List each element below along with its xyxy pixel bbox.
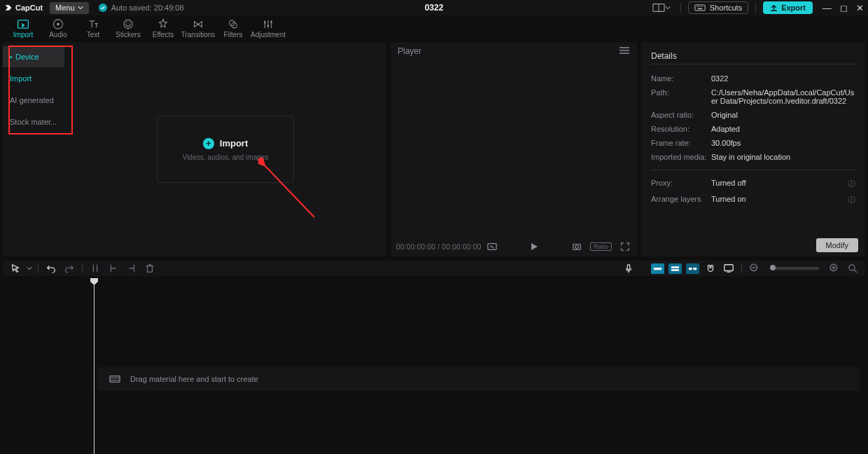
timeline-toolbar	[3, 261, 865, 276]
trim-right-button[interactable]	[125, 261, 139, 275]
chevron-down-icon	[27, 266, 32, 271]
tab-label: Stickers	[115, 31, 141, 39]
undo-button[interactable]	[44, 261, 58, 275]
svg-rect-26	[671, 266, 679, 268]
track-toggle-main[interactable]	[651, 263, 664, 274]
stickers-tab-icon	[122, 18, 134, 30]
info-icon[interactable]: ⓘ	[848, 179, 855, 189]
tab-transitions[interactable]: Transitions	[181, 15, 216, 42]
sidebar-item-stock-materials[interactable]: Stock mater...	[3, 111, 64, 132]
tab-label: Text	[87, 31, 99, 39]
capcut-logo-icon	[4, 4, 13, 12]
minimize-button[interactable]: —	[822, 3, 832, 13]
details-key: Proxy:	[651, 179, 711, 189]
sidebar-item-label: Stock mater...	[10, 118, 57, 126]
select-tool[interactable]	[8, 261, 22, 275]
details-key: Frame rate:	[651, 139, 711, 147]
autosave-label: Auto saved: 20:49:08	[111, 4, 184, 12]
svg-rect-27	[671, 269, 679, 270]
timeline-panel[interactable]: Drag material here and start to create	[0, 276, 868, 454]
delete-button[interactable]	[143, 261, 157, 275]
timeline-drop-hint: Drag material here and start to create	[97, 367, 860, 391]
svg-point-5	[700, 6, 701, 7]
app-name: CapCut	[15, 4, 43, 12]
tab-adjustment[interactable]: Adjustment	[251, 15, 286, 42]
split-button[interactable]	[88, 261, 102, 275]
player-more-button[interactable]	[619, 46, 630, 57]
svg-point-10	[57, 23, 59, 26]
tab-effects[interactable]: Effects	[146, 15, 181, 42]
details-value: C:/Users/Neha/AppData/Local/CapCut/User …	[711, 88, 855, 105]
export-button[interactable]: Export	[763, 1, 813, 14]
zoom-fit-button[interactable]	[846, 261, 860, 275]
svg-rect-24	[627, 265, 630, 270]
project-title: 0322	[425, 3, 444, 13]
close-button[interactable]: ✕	[856, 3, 864, 13]
layout-button[interactable]	[650, 1, 673, 14]
trim-left-button[interactable]	[106, 261, 120, 275]
details-pane: Details Name:0322 Path:C:/Users/Neha/App…	[641, 42, 865, 256]
modify-label: Modify	[826, 241, 848, 249]
details-value: Adapted	[711, 125, 855, 133]
play-button[interactable]	[528, 240, 540, 253]
sidebar-item-ai-generated[interactable]: AI generated	[3, 90, 64, 111]
details-value: Turned off	[711, 179, 848, 189]
svg-point-4	[698, 6, 699, 7]
tab-import[interactable]: Import	[6, 15, 41, 42]
media-source-list: Device Import AI generated Stock mater..…	[3, 42, 64, 256]
snapshot-button[interactable]	[570, 240, 583, 253]
preview-button[interactable]	[722, 261, 736, 275]
details-key: Resolution:	[651, 125, 711, 133]
details-key: Path:	[651, 88, 711, 105]
tab-label: Audio	[49, 31, 67, 39]
svg-rect-30	[724, 265, 733, 271]
zoom-slider[interactable]	[770, 267, 819, 270]
details-value: 30.00fps	[711, 139, 855, 147]
separator	[755, 3, 756, 13]
tab-stickers[interactable]: Stickers	[111, 15, 146, 42]
record-audio-button[interactable]	[622, 261, 636, 275]
svg-rect-7	[697, 8, 701, 9]
track-toggle-audio[interactable]	[668, 263, 682, 274]
chevron-down-icon	[78, 5, 83, 11]
sidebar-item-device[interactable]: Device	[3, 46, 64, 67]
shortcuts-button[interactable]: Shortcuts	[688, 1, 748, 14]
audio-tab-icon	[52, 18, 64, 30]
tab-filters[interactable]: Filters	[216, 15, 251, 42]
filters-tab-icon	[227, 18, 239, 30]
timeline-hint-text: Drag material here and start to create	[130, 375, 258, 383]
player-thumbnail-button[interactable]	[486, 240, 498, 253]
details-value: Stay in original location	[711, 153, 855, 161]
maximize-button[interactable]: ◻	[840, 3, 848, 13]
modify-button[interactable]: Modify	[816, 238, 858, 252]
tab-label: Import	[13, 31, 33, 39]
svg-rect-23	[148, 266, 153, 273]
fullscreen-button[interactable]	[619, 240, 631, 253]
import-dropzone[interactable]: + Import Videos, audios, and images	[157, 116, 294, 183]
svg-point-33	[849, 265, 855, 270]
sidebar-item-label: Device	[15, 53, 39, 61]
info-icon[interactable]: ⓘ	[848, 195, 855, 205]
tab-label: Transitions	[181, 31, 216, 39]
details-key: Arrange layers	[651, 195, 711, 205]
svg-point-11	[124, 20, 132, 28]
sidebar-item-import[interactable]: Import	[3, 68, 64, 89]
magnet-button[interactable]	[704, 261, 718, 275]
separator	[680, 3, 681, 13]
details-value: Turned on	[711, 195, 848, 205]
menu-button[interactable]: Menu	[50, 2, 89, 14]
tab-text[interactable]: Text	[76, 15, 111, 42]
import-tab-icon	[17, 18, 29, 30]
zoom-in-button[interactable]	[827, 261, 841, 275]
zoom-out-button[interactable]	[748, 261, 762, 275]
redo-button[interactable]	[62, 261, 76, 275]
import-title: Import	[220, 138, 248, 149]
main-tabstrip: Import Audio Text Stickers Effects Trans…	[0, 15, 868, 42]
tab-audio[interactable]: Audio	[41, 15, 76, 42]
playhead-line	[94, 282, 94, 454]
transitions-tab-icon	[192, 18, 204, 30]
adjustment-tab-icon	[262, 18, 274, 30]
tab-label: Filters	[223, 31, 242, 39]
track-toggle-text[interactable]	[686, 263, 699, 274]
ratio-chip[interactable]: Ratio	[590, 242, 612, 251]
